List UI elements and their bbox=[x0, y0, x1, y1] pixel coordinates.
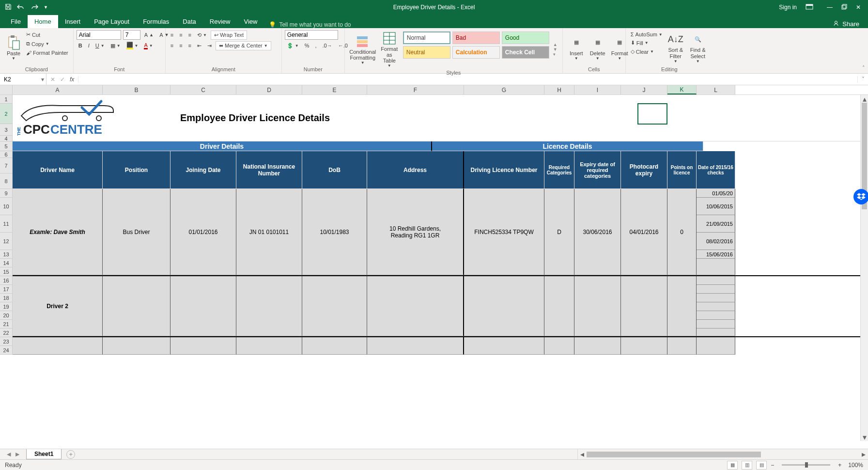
c3b[interactable] bbox=[103, 337, 170, 355]
format-painter-button[interactable]: 🖌Format Painter bbox=[24, 49, 70, 57]
row-header-20[interactable]: 20 bbox=[0, 311, 13, 320]
row-header-6[interactable]: 6 bbox=[0, 151, 13, 158]
zoom-thumb[interactable] bbox=[805, 462, 808, 468]
style-normal[interactable]: Normal bbox=[403, 31, 450, 44]
col-header-L[interactable]: L bbox=[697, 85, 735, 94]
style-bad[interactable]: Bad bbox=[452, 31, 500, 44]
underline-button[interactable]: U ▼ bbox=[93, 42, 107, 49]
ribbon-display-icon[interactable] bbox=[806, 4, 813, 11]
cell-expiry-2[interactable] bbox=[574, 276, 621, 336]
row-header-22[interactable]: 22 bbox=[0, 329, 13, 337]
c3f[interactable] bbox=[367, 337, 464, 355]
tab-file[interactable]: File bbox=[4, 15, 28, 28]
row-header-9[interactable]: 9 bbox=[0, 189, 13, 198]
undo-icon[interactable] bbox=[16, 4, 25, 11]
cell-reqcat-1[interactable]: D bbox=[544, 189, 574, 275]
check2-3[interactable] bbox=[697, 302, 735, 311]
check2-4[interactable] bbox=[697, 311, 735, 320]
view-page-break-icon[interactable]: ▤ bbox=[756, 461, 767, 470]
zoom-in-icon[interactable]: + bbox=[838, 462, 841, 469]
c3i[interactable] bbox=[574, 337, 621, 355]
select-all-corner[interactable] bbox=[0, 85, 13, 94]
styles-scroll-up-icon[interactable]: ▲ bbox=[553, 42, 558, 47]
cell-photo-2[interactable] bbox=[621, 276, 667, 336]
cell-name-1[interactable]: Examle: Dave Smith bbox=[13, 189, 103, 275]
row-header-10[interactable]: 10 bbox=[0, 198, 13, 215]
style-neutral[interactable]: Neutral bbox=[403, 46, 450, 59]
cell-address-2[interactable] bbox=[367, 276, 464, 336]
check-date-2[interactable]: 21/09/2015 bbox=[697, 215, 735, 233]
styles-scroll-down-icon[interactable]: ▼ bbox=[553, 47, 558, 52]
col-header-J[interactable]: J bbox=[621, 85, 667, 94]
c3g[interactable] bbox=[464, 337, 544, 355]
view-page-layout-icon[interactable]: ▥ bbox=[742, 461, 752, 470]
col-header-E[interactable]: E bbox=[302, 85, 367, 94]
cells-area[interactable]: THE CPCCENTRE Employee Driver Licence De… bbox=[13, 95, 860, 441]
copy-button[interactable]: ⧉Copy ▼ bbox=[24, 40, 70, 48]
enter-formula-icon[interactable]: ✓ bbox=[60, 76, 65, 83]
hscroll-thumb[interactable] bbox=[587, 452, 761, 457]
check2-2[interactable] bbox=[697, 294, 735, 302]
c3e[interactable] bbox=[302, 337, 367, 355]
cancel-formula-icon[interactable]: ✕ bbox=[50, 76, 55, 83]
style-calculation[interactable]: Calculation bbox=[452, 46, 500, 59]
wrap-text-button[interactable]: ↩ Wrap Text bbox=[211, 31, 247, 40]
styles-more-icon[interactable]: ▾ bbox=[553, 52, 558, 57]
row-header-11[interactable]: 11 bbox=[0, 215, 13, 233]
row-header-1[interactable]: 1 bbox=[0, 95, 13, 104]
style-check-cell[interactable]: Check Cell bbox=[502, 46, 549, 59]
col-header-C[interactable]: C bbox=[170, 85, 236, 94]
align-right-icon[interactable]: ≡ bbox=[186, 42, 193, 49]
find-select-button[interactable]: 🔍Find & Select▼ bbox=[687, 30, 709, 65]
hscroll-right-icon[interactable]: ▸ bbox=[859, 450, 868, 459]
row-header-15[interactable]: 15 bbox=[0, 267, 13, 276]
tab-insert[interactable]: Insert bbox=[58, 15, 88, 28]
sheet-nav-next-icon[interactable]: ▶ bbox=[16, 451, 19, 457]
close-icon[interactable]: ✕ bbox=[856, 4, 861, 11]
cell-points-2[interactable] bbox=[667, 276, 697, 336]
check-date-1[interactable]: 10/06/2015 bbox=[697, 198, 735, 215]
fill-color-button[interactable]: ⬛ ▼ bbox=[124, 41, 140, 50]
align-left-icon[interactable]: ≡ bbox=[169, 42, 175, 49]
col-header-A[interactable]: A bbox=[13, 85, 103, 94]
decrease-indent-icon[interactable]: ⇤ bbox=[195, 42, 203, 50]
maximize-icon[interactable] bbox=[841, 4, 847, 11]
cell-joining-2[interactable] bbox=[170, 276, 236, 336]
font-name-input[interactable] bbox=[77, 30, 121, 40]
sign-in-link[interactable]: Sign in bbox=[779, 4, 797, 11]
col-header-B[interactable]: B bbox=[103, 85, 170, 94]
borders-button[interactable]: ▦ ▼ bbox=[108, 42, 123, 50]
qat-customize-icon[interactable]: ▼ bbox=[44, 5, 48, 10]
add-sheet-button[interactable]: + bbox=[66, 450, 75, 459]
sheet-nav-prev-icon[interactable]: ◀ bbox=[7, 451, 11, 457]
dropbox-badge-icon[interactable] bbox=[853, 189, 868, 204]
cell-joining-1[interactable]: 01/01/2016 bbox=[170, 189, 236, 275]
increase-font-icon[interactable]: A▲ bbox=[142, 31, 155, 39]
cell-dln-1[interactable]: FINCH525334 TP9QW bbox=[464, 189, 544, 275]
horizontal-scrollbar[interactable]: ◂ ▸ bbox=[577, 449, 868, 459]
row-header-13[interactable]: 13 bbox=[0, 250, 13, 259]
check-date-3[interactable]: 08/02/2016 bbox=[697, 233, 735, 250]
row-header-23[interactable]: 23 bbox=[0, 337, 13, 346]
row-header-24[interactable]: 24 bbox=[0, 346, 13, 355]
fill-button[interactable]: ⬇ Fill ▼ bbox=[629, 39, 665, 47]
row-header-21[interactable]: 21 bbox=[0, 320, 13, 329]
font-size-input[interactable] bbox=[123, 30, 140, 40]
cell-dln-2[interactable] bbox=[464, 276, 544, 336]
insert-cells-button[interactable]: ▦Insert▼ bbox=[566, 30, 587, 65]
zoom-level[interactable]: 100% bbox=[848, 462, 863, 469]
orientation-icon[interactable]: ⟲ ▼ bbox=[195, 31, 209, 39]
percent-format-icon[interactable]: % bbox=[303, 42, 311, 49]
align-bottom-icon[interactable]: ≡ bbox=[186, 31, 193, 39]
check2-5[interactable] bbox=[697, 320, 735, 329]
row-header-4[interactable]: 4 bbox=[0, 136, 13, 141]
cell-position-2[interactable] bbox=[103, 276, 170, 336]
tab-formulas[interactable]: Formulas bbox=[136, 15, 176, 28]
increase-indent-icon[interactable]: ⇥ bbox=[205, 42, 214, 50]
delete-cells-button[interactable]: ▦Delete▼ bbox=[587, 30, 608, 65]
cell-ni-1[interactable]: JN 01 0101011 bbox=[236, 189, 302, 275]
tell-me-search[interactable]: 💡 Tell me what you want to do bbox=[269, 21, 351, 28]
cell-dob-2[interactable] bbox=[302, 276, 367, 336]
c3l[interactable] bbox=[697, 337, 735, 355]
col-header-D[interactable]: D bbox=[236, 85, 302, 94]
